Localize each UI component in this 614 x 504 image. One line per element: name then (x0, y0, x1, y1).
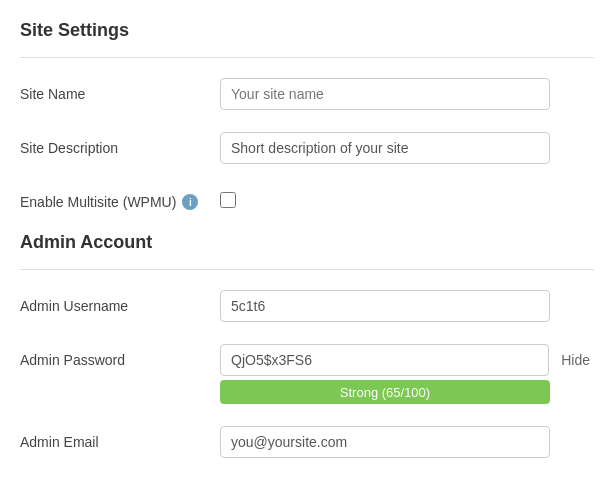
site-name-input[interactable] (220, 78, 550, 110)
admin-email-control (220, 426, 594, 458)
site-settings-title: Site Settings (20, 20, 594, 41)
admin-username-input[interactable] (220, 290, 550, 322)
password-input-row: Hide (220, 344, 594, 376)
admin-email-row: Admin Email (20, 426, 594, 462)
password-strength-bar: Strong (65/100) (220, 380, 550, 404)
site-description-label: Site Description (20, 132, 220, 156)
password-input-wrap (220, 344, 549, 376)
info-icon[interactable]: i (182, 194, 198, 210)
enable-multisite-control (220, 186, 594, 208)
admin-email-input[interactable] (220, 426, 550, 458)
enable-multisite-checkbox[interactable] (220, 192, 236, 208)
site-description-input[interactable] (220, 132, 550, 164)
admin-password-input[interactable] (220, 344, 549, 376)
enable-multisite-row: Enable Multisite (WPMU) i (20, 186, 594, 214)
admin-email-label: Admin Email (20, 426, 220, 450)
admin-password-label: Admin Password (20, 344, 220, 368)
admin-account-title: Admin Account (20, 232, 594, 253)
site-settings-divider (20, 57, 594, 58)
site-description-control (220, 132, 594, 164)
admin-username-control (220, 290, 594, 322)
admin-password-control: Hide Strong (65/100) (220, 344, 594, 404)
admin-username-row: Admin Username (20, 290, 594, 326)
site-description-row: Site Description (20, 132, 594, 168)
password-strength-wrap: Strong (65/100) (220, 380, 550, 404)
site-name-control (220, 78, 594, 110)
admin-account-divider (20, 269, 594, 270)
site-name-label: Site Name (20, 78, 220, 102)
site-name-row: Site Name (20, 78, 594, 114)
hide-password-button[interactable]: Hide (557, 352, 594, 368)
admin-username-label: Admin Username (20, 290, 220, 314)
admin-password-row: Admin Password Hide Strong (65/100) (20, 344, 594, 408)
enable-multisite-label: Enable Multisite (WPMU) i (20, 186, 220, 210)
